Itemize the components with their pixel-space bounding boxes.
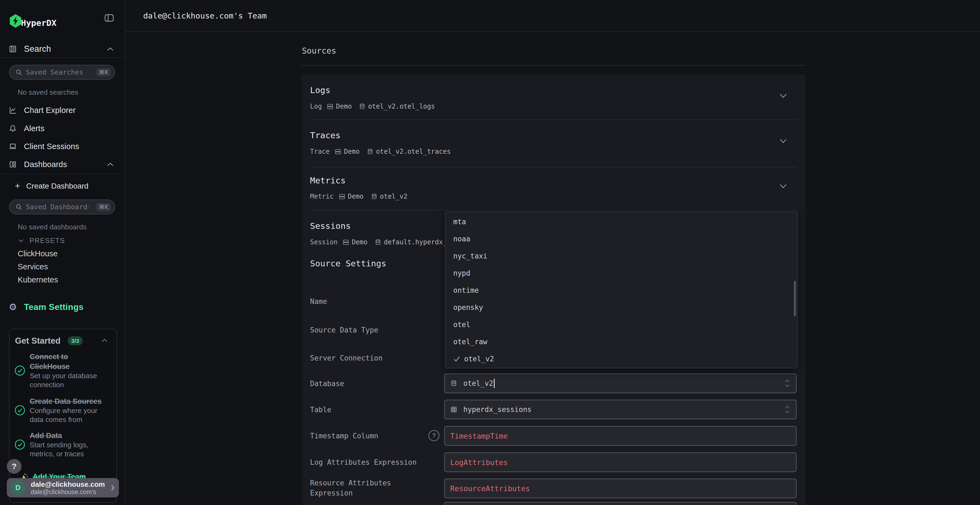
sidebar-item-clickhouse[interactable]: ClickHouse (18, 249, 58, 258)
sidebar-item-kubernetes[interactable]: Kubernetes (18, 275, 58, 284)
resource-attributes-input[interactable]: ResourceAttributes (444, 479, 797, 498)
search-section-icon (9, 45, 17, 53)
get-started-item-desc: Configure where your data comes from (30, 407, 97, 424)
next-field-partial[interactable] (444, 502, 797, 505)
table-grid-icon (450, 406, 457, 413)
create-dashboard-label: Create Dashboard (26, 181, 89, 190)
log-attributes-input[interactable]: LogAttributes (444, 453, 797, 472)
question-icon[interactable]: ? (428, 430, 439, 441)
get-started-item-title: Connect to ClickHouse (30, 353, 70, 371)
select-chevrons-icon[interactable] (784, 379, 791, 388)
get-started-item-desc: Start sending logs, metrics, or traces (30, 441, 88, 458)
sidebar-item-chart-explorer[interactable]: Chart Explorer (0, 103, 125, 118)
field-label-log-attributes: Log Attributes Expression (310, 457, 417, 467)
page-title: Sources (302, 46, 336, 56)
presets-label: PRESETS (29, 237, 65, 245)
sidebar-item-search[interactable]: Search (0, 41, 125, 57)
dropdown-option[interactable]: mta (453, 218, 466, 226)
dropdown-option[interactable]: ontime (453, 286, 479, 294)
dropdown-option-selected[interactable]: otel_v2 (453, 355, 494, 363)
saved-dashboards-input[interactable] (25, 203, 89, 211)
field-label-server-connection: Server Connection (310, 353, 382, 363)
check-circle-icon (14, 405, 25, 416)
timestamp-column-input[interactable]: TimestampTime (444, 426, 797, 446)
bell-icon (9, 124, 17, 132)
source-connection: Demo (344, 148, 360, 156)
dropdown-option[interactable]: nypd (453, 269, 470, 277)
field-label-resource-attributes: Resource Attributes Expression (310, 478, 427, 498)
source-meta-row: Trace Demo otel_v2.otel_traces (310, 148, 458, 156)
get-started-item[interactable]: Create Data Sources Configure where your… (14, 397, 113, 424)
source-kind: Log (310, 103, 322, 110)
create-dashboard-button[interactable]: + Create Dashboard (15, 181, 89, 191)
rows-icon (334, 148, 341, 155)
log-attributes-value: LogAttributes (450, 458, 508, 467)
sidebar-item-alerts[interactable]: Alerts (0, 121, 125, 136)
sidebar-item-label: Dashboards (24, 160, 67, 169)
user-menu[interactable]: D dale@clickhouse.com dale@clickhouse.co… (7, 478, 119, 497)
sidebar-item-team-settings[interactable]: ⚙ Team Settings (0, 299, 125, 314)
sidebar-item-services[interactable]: Services (18, 262, 48, 271)
timestamp-column-value: TimestampTime (450, 432, 508, 440)
sidebar-item-dashboards[interactable]: Dashboards (0, 157, 125, 172)
chevron-down-icon[interactable] (779, 183, 787, 189)
laptop-icon (9, 142, 17, 151)
get-started-item[interactable]: Connect to ClickHouse Set up your databa… (14, 352, 113, 389)
search-icon (16, 69, 22, 76)
source-section-title-logs: Logs (310, 85, 331, 95)
database-icon (450, 380, 457, 387)
saved-dashboards-search[interactable]: ⌘K (9, 199, 115, 214)
dropdown-option[interactable]: opensky (453, 303, 483, 311)
chevron-up-icon[interactable] (107, 47, 114, 51)
field-label-database: Database (310, 379, 344, 389)
plus-icon: + (15, 181, 20, 191)
dropdown-option[interactable]: otel (453, 321, 470, 329)
sidebar-item-label: Client Sessions (24, 142, 79, 151)
source-kind: Trace (310, 148, 330, 156)
saved-searches-search[interactable]: ⌘K (9, 65, 115, 80)
get-started-title: Get Started (15, 336, 60, 346)
select-chevrons-icon[interactable] (784, 405, 791, 414)
app-title: HyperDX (21, 18, 57, 28)
database-select[interactable]: otel_v2 (444, 373, 797, 393)
get-started-item-title: Create Data Sources (30, 397, 102, 405)
sidebar: HyperDX Search (0, 0, 125, 505)
get-started-item[interactable]: Add Data Start sending logs, metrics, or… (14, 431, 113, 459)
no-saved-dashboards-text: No saved dashboards (18, 223, 87, 231)
divider (0, 57, 125, 58)
chevron-down-icon[interactable] (779, 93, 787, 98)
chevron-up-icon[interactable] (101, 338, 108, 343)
chevron-up-icon[interactable] (107, 162, 114, 167)
check-circle-icon (14, 439, 25, 450)
dropdown-option[interactable]: noaa (453, 235, 470, 243)
field-label-source-data-type: Source Data Type (310, 325, 378, 335)
dropdown-option[interactable]: nyc_taxi (453, 252, 487, 260)
chevron-down-icon[interactable] (779, 138, 787, 144)
get-started-item-desc: Set up your database connection (30, 372, 97, 389)
help-button[interactable]: ? (7, 459, 22, 474)
dropdown-option[interactable]: otel_raw (453, 338, 487, 346)
source-table: otel_v2 (380, 193, 407, 200)
user-team: dale@clickhouse.com's (31, 488, 105, 495)
chevron-down-icon (18, 239, 24, 243)
user-email: dale@clickhouse.com (31, 480, 105, 488)
team-page-title: dale@clickhouse.com's Team (143, 11, 267, 21)
top-bar: dale@clickhouse.com's Team (125, 0, 980, 32)
dropdown-scrollbar[interactable] (794, 281, 796, 316)
get-started-header[interactable]: Get Started 3/3 (15, 336, 83, 346)
sidebar-collapse-icon[interactable] (105, 14, 114, 22)
database-icon (371, 193, 377, 200)
source-meta-row: Metric Demo otel_v2 (310, 193, 415, 200)
source-table: otel_v2.otel_logs (368, 103, 435, 110)
source-section-title-traces: Traces (310, 130, 340, 140)
shortcut-badge: ⌘K (96, 68, 111, 76)
sidebar-item-client-sessions[interactable]: Client Sessions (0, 139, 125, 154)
check-icon (453, 356, 460, 362)
divider (0, 174, 125, 175)
sidebar-item-label: Alerts (24, 124, 45, 133)
saved-searches-input[interactable] (25, 68, 89, 76)
database-dropdown: mta noaa nyc_taxi nypd ontime opensky ot… (445, 212, 798, 368)
table-select[interactable]: hyperdx_sessions (444, 400, 797, 419)
rows-icon (327, 103, 334, 110)
presets-toggle[interactable]: PRESETS (18, 237, 65, 245)
